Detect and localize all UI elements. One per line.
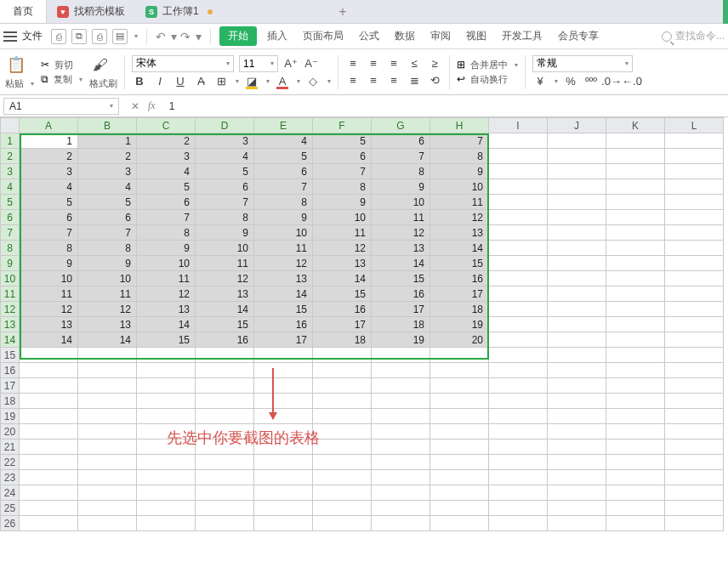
cell[interactable] <box>196 409 254 424</box>
new-tab-button[interactable]: + <box>331 4 355 20</box>
cell[interactable] <box>196 363 254 378</box>
cell[interactable] <box>665 256 724 271</box>
cell[interactable] <box>372 424 430 439</box>
cell[interactable]: 16 <box>430 271 489 286</box>
indent-decrease-icon[interactable]: ≤ <box>407 56 422 71</box>
ribbon-tab-start[interactable]: 开始 <box>219 26 257 46</box>
cell[interactable]: 11 <box>196 256 254 271</box>
currency-icon[interactable]: ¥ <box>532 74 548 89</box>
cell[interactable]: 8 <box>196 210 254 225</box>
cell[interactable] <box>665 149 724 164</box>
cell[interactable]: 1 <box>20 133 78 149</box>
cell[interactable]: 17 <box>254 332 313 348</box>
cell[interactable]: 7 <box>20 225 78 241</box>
cell[interactable]: 15 <box>430 256 489 271</box>
row-header[interactable]: 15 <box>1 348 20 363</box>
cell[interactable]: 7 <box>78 225 137 241</box>
cell[interactable] <box>20 394 78 409</box>
cell[interactable] <box>548 332 606 348</box>
cell[interactable]: 8 <box>254 195 313 210</box>
cell[interactable]: 7 <box>372 149 430 164</box>
cell[interactable]: 15 <box>137 332 196 348</box>
cell[interactable] <box>372 470 430 485</box>
cell[interactable] <box>78 439 137 455</box>
format-painter-label[interactable]: 格式刷 <box>89 77 117 90</box>
cell[interactable]: 12 <box>430 210 489 225</box>
cell[interactable] <box>606 164 665 179</box>
format-painter-icon[interactable]: 🖌 <box>89 54 111 76</box>
column-header[interactable]: F <box>313 118 372 133</box>
cell[interactable]: 17 <box>430 286 489 302</box>
cell[interactable] <box>665 516 724 531</box>
cell[interactable] <box>489 164 548 179</box>
fill-color-dropdown[interactable]: ▾ <box>266 77 270 85</box>
column-header[interactable]: J <box>548 118 606 133</box>
cell[interactable]: 10 <box>20 271 78 286</box>
cell[interactable]: 12 <box>137 286 196 302</box>
cell[interactable] <box>489 455 548 470</box>
cell[interactable] <box>20 485 78 501</box>
cell[interactable] <box>254 348 313 363</box>
cell[interactable] <box>606 332 665 348</box>
cell[interactable]: 9 <box>137 241 196 256</box>
cell[interactable] <box>20 516 78 531</box>
ribbon-tab-view[interactable]: 视图 <box>461 29 492 43</box>
row-header[interactable]: 10 <box>1 271 20 286</box>
cell[interactable]: 14 <box>20 332 78 348</box>
cell[interactable] <box>606 225 665 241</box>
cell[interactable] <box>430 363 489 378</box>
cell[interactable] <box>665 455 724 470</box>
cell[interactable] <box>489 149 548 164</box>
cell[interactable] <box>372 485 430 501</box>
cell[interactable] <box>196 470 254 485</box>
quick-access-dropdown[interactable]: ▾ <box>134 32 138 40</box>
cell[interactable]: 16 <box>372 286 430 302</box>
cell[interactable] <box>196 485 254 501</box>
strike-button[interactable]: A̶ <box>193 74 208 89</box>
cell[interactable] <box>665 394 724 409</box>
cell[interactable] <box>78 378 137 394</box>
cell[interactable] <box>548 256 606 271</box>
cell[interactable]: 8 <box>313 179 372 195</box>
cell[interactable] <box>489 394 548 409</box>
cell[interactable]: 10 <box>372 195 430 210</box>
cell[interactable]: 8 <box>20 241 78 256</box>
cell[interactable]: 6 <box>372 133 430 149</box>
cell[interactable]: 10 <box>254 225 313 241</box>
ribbon-tab-dev-tools[interactable]: 开发工具 <box>497 29 548 43</box>
cell[interactable] <box>489 179 548 195</box>
print-icon[interactable]: ⎙ <box>92 29 107 44</box>
cell[interactable] <box>548 424 606 439</box>
copy-dropdown[interactable]: ▾ <box>79 76 82 83</box>
ribbon-tab-data[interactable]: 数据 <box>390 29 420 43</box>
cell[interactable] <box>489 210 548 225</box>
cell[interactable]: 9 <box>78 256 137 271</box>
cell[interactable]: 18 <box>313 332 372 348</box>
cell[interactable]: 9 <box>372 179 430 195</box>
cell[interactable] <box>20 470 78 485</box>
cell[interactable] <box>137 348 196 363</box>
cell[interactable] <box>606 317 665 332</box>
cell[interactable]: 3 <box>78 164 137 179</box>
cell[interactable]: 19 <box>430 317 489 332</box>
cell[interactable] <box>313 348 372 363</box>
column-header[interactable]: G <box>372 118 430 133</box>
cell[interactable] <box>606 286 665 302</box>
row-header[interactable]: 3 <box>1 164 20 179</box>
cell[interactable]: 12 <box>313 241 372 256</box>
cell[interactable]: 14 <box>430 241 489 256</box>
currency-dropdown[interactable]: ▾ <box>555 77 558 85</box>
cell[interactable] <box>665 348 724 363</box>
cell[interactable]: 9 <box>313 195 372 210</box>
justify-icon[interactable]: ≣ <box>407 73 422 88</box>
percent-icon[interactable]: % <box>563 74 578 89</box>
cell[interactable] <box>606 516 665 531</box>
cell[interactable] <box>489 302 548 317</box>
cell[interactable] <box>548 439 606 455</box>
cell[interactable]: 14 <box>254 286 313 302</box>
cell[interactable] <box>606 485 665 501</box>
cell[interactable] <box>548 302 606 317</box>
cell[interactable] <box>372 501 430 516</box>
cell[interactable]: 12 <box>20 302 78 317</box>
cell[interactable] <box>606 363 665 378</box>
